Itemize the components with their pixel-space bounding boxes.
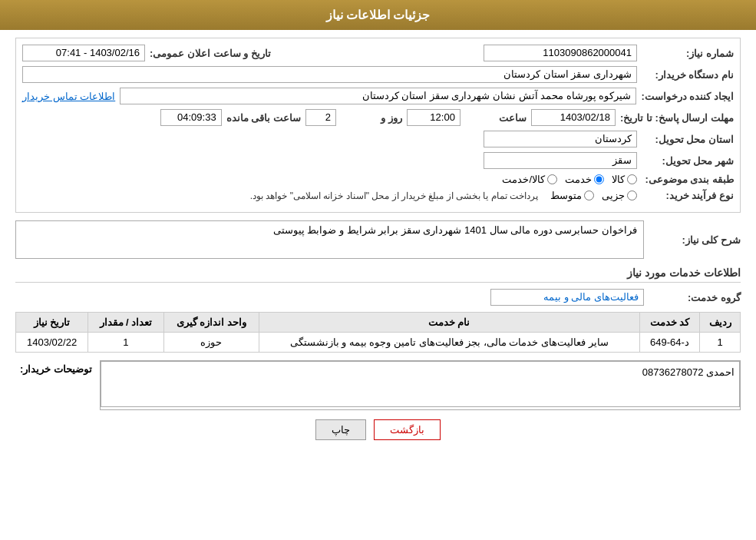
cell-code: د-64-649	[639, 333, 700, 353]
city-label: شهر محل تحویل:	[642, 155, 734, 167]
col-header-qty: تعداد / مقدار	[88, 313, 163, 333]
purchase-type-radio-group: جزیی متوسط	[550, 190, 637, 201]
category-label: طبقه بندی موضوعی:	[642, 174, 734, 185]
row-purchase-type: نوع فرآیند خرید: جزیی متوسط پرداخت تمام …	[22, 190, 734, 201]
table-row: 1 د-64-649 سایر فعالیت‌های خدمات مالی، ب…	[16, 333, 741, 353]
service-group-label: گروه خدمت:	[649, 292, 741, 303]
buyer-notes-label: توضیحات خریدار:	[15, 360, 92, 375]
buyer-notes-wrapper	[100, 360, 741, 410]
purchase-motavasset-label: متوسط	[550, 190, 582, 201]
cell-name: سایر فعالیت‌های خدمات مالی، بجز فعالیت‌ه…	[259, 333, 639, 353]
page-wrapper: جزئیات اطلاعات نیاز شماره نیاز: 11030908…	[0, 0, 756, 540]
remaining-label: ساعت باقی مانده	[226, 112, 301, 124]
category-option-kala-khedmat: کالا/خدمت	[502, 174, 557, 185]
purchase-note: پرداخت تمام یا بخشی از مبلغ خریدار از مح…	[250, 190, 538, 201]
service-group-row: گروه خدمت: فعالیت‌های مالی و بیمه	[15, 289, 741, 306]
row-province: استان محل تحویل: کردستان	[22, 131, 734, 147]
province-label: استان محل تحویل:	[642, 134, 734, 145]
category-kala-khedmat-label: کالا/خدمت	[502, 174, 545, 185]
category-radio-kala-khedmat[interactable]	[547, 174, 557, 184]
col-header-name: نام خدمت	[259, 313, 639, 333]
need-number-value: 1103090862000041	[484, 45, 637, 61]
col-header-date: تاریخ نیاز	[16, 313, 88, 333]
purchase-option-motavasset: متوسط	[550, 190, 594, 201]
announce-value: 1403/02/16 - 07:41	[22, 45, 145, 61]
page-title: جزئیات اطلاعات نیاز	[326, 8, 431, 22]
purchase-jozii-label: جزیی	[602, 190, 625, 201]
services-table-head: ردیف کد خدمت نام خدمت واحد اندازه گیری ت…	[16, 313, 741, 333]
services-section-title: اطلاعات خدمات مورد نیاز	[15, 267, 741, 283]
day-label: روز و	[341, 112, 402, 124]
province-value: کردستان	[484, 131, 637, 147]
category-radio-kala[interactable]	[627, 174, 637, 184]
remaining-value: 04:09:33	[160, 109, 222, 126]
creator-label: ایجاد کننده درخواست:	[641, 91, 734, 102]
services-table-header-row: ردیف کد خدمت نام خدمت واحد اندازه گیری ت…	[16, 313, 741, 333]
cell-unit: حوزه	[163, 333, 259, 353]
service-group-value: فعالیت‌های مالی و بیمه	[490, 289, 644, 306]
row-deadline: مهلت ارسال پاسخ: تا تاریخ: 1403/02/18 سا…	[22, 109, 734, 126]
need-description-label: شرح کلی نیاز:	[649, 234, 741, 246]
category-radio-khedmat[interactable]	[594, 174, 604, 184]
content-area: شماره نیاز: 1103090862000041 تاریخ و ساع…	[0, 30, 756, 457]
main-info-section: شماره نیاز: 1103090862000041 تاریخ و ساع…	[15, 38, 741, 213]
page-header: جزئیات اطلاعات نیاز	[0, 0, 756, 30]
row-city: شهر محل تحویل: سقز	[22, 152, 734, 169]
category-option-khedmat: خدمت	[565, 174, 604, 185]
deadline-label: مهلت ارسال پاسخ: تا تاریخ:	[620, 112, 734, 124]
day-value: 2	[305, 109, 336, 126]
col-header-unit: واحد اندازه گیری	[163, 313, 259, 333]
back-button[interactable]: بازگشت	[374, 419, 441, 440]
row-category: طبقه بندی موضوعی: کالا خدمت کالا/خدمت	[22, 174, 734, 185]
button-row: بازگشت چاپ	[15, 419, 741, 440]
buyer-notes-textarea[interactable]	[101, 361, 740, 407]
category-khedmat-label: خدمت	[565, 174, 592, 185]
buyer-org-value: شهرداری سقز استان کردستان	[22, 66, 637, 83]
need-number-label: شماره نیاز:	[642, 48, 734, 59]
city-value: سقز	[484, 152, 637, 169]
category-radio-group: کالا خدمت کالا/خدمت	[502, 174, 637, 185]
need-description-text: فراخوان حسابرسی دوره مالی سال 1401 شهردا…	[273, 224, 637, 236]
need-description-row: شرح کلی نیاز: فراخوان حسابرسی دوره مالی …	[15, 220, 741, 259]
category-option-kala: کالا	[612, 174, 637, 185]
buyer-org-label: نام دستگاه خریدار:	[642, 69, 734, 81]
cell-rownum: 1	[700, 333, 741, 353]
purchase-option-jozii: جزیی	[602, 190, 637, 201]
row-buyer-org: نام دستگاه خریدار: شهرداری سقز استان کرد…	[22, 66, 734, 83]
row-need-number: شماره نیاز: 1103090862000041 تاریخ و ساع…	[22, 45, 734, 61]
services-table-body: 1 د-64-649 سایر فعالیت‌های خدمات مالی، ب…	[16, 333, 741, 353]
services-table: ردیف کد خدمت نام خدمت واحد اندازه گیری ت…	[15, 312, 741, 353]
time-value: 12:00	[407, 109, 461, 126]
need-description-box: فراخوان حسابرسی دوره مالی سال 1401 شهردا…	[15, 220, 644, 259]
category-kala-label: کالا	[612, 174, 625, 185]
creator-value: شیرکوه پورشاه محمد آتش نشان شهرداری سقز …	[120, 88, 636, 104]
announce-label: تاریخ و ساعت اعلان عمومی:	[150, 48, 271, 59]
purchase-radio-jozii[interactable]	[627, 190, 637, 200]
creator-link[interactable]: اطلاعات تماس خریدار	[22, 91, 115, 102]
col-header-code: کد خدمت	[639, 313, 700, 333]
deadline-date: 1403/02/18	[531, 109, 616, 126]
col-header-rownum: ردیف	[700, 313, 741, 333]
print-button[interactable]: چاپ	[315, 419, 366, 440]
row-creator: ایجاد کننده درخواست: شیرکوه پورشاه محمد …	[22, 88, 734, 104]
cell-date: 1403/02/22	[16, 333, 88, 353]
cell-qty: 1	[88, 333, 163, 353]
buyer-notes-section: توضیحات خریدار:	[15, 360, 741, 410]
purchase-radio-motavasset[interactable]	[584, 190, 594, 200]
time-label: ساعت	[465, 112, 527, 124]
purchase-type-label: نوع فرآیند خرید:	[642, 190, 734, 201]
